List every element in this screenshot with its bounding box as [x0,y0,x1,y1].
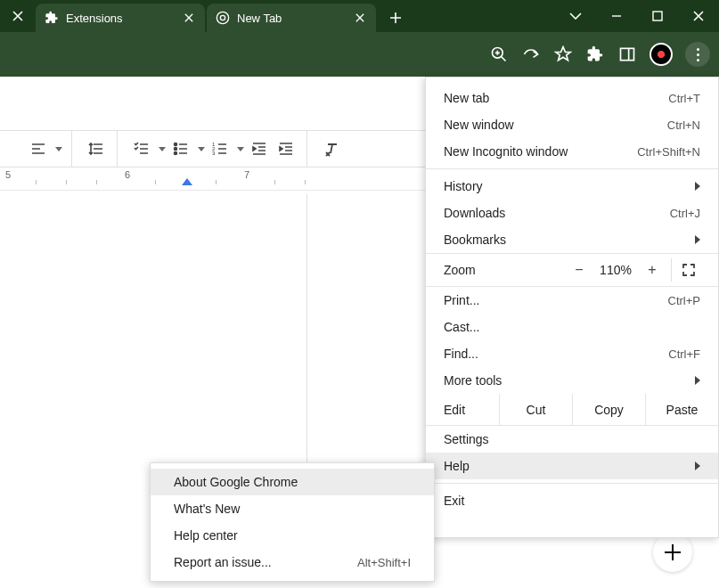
menu-print[interactable]: Print... Ctrl+P [426,287,718,314]
ruler-number: 7 [244,169,249,180]
ruler-number: 5 [5,169,11,180]
menu-new-tab[interactable]: New tab Ctrl+T [426,85,718,111]
dropdown-arrow-icon [159,147,166,151]
menu-label: Edit [426,394,499,425]
svg-rect-2 [653,12,662,20]
submenu-arrow-icon [695,461,700,470]
tab-extensions[interactable]: Extensions [36,4,205,32]
explore-fab-button[interactable] [653,533,692,572]
menu-shortcut: Ctrl+F [668,347,700,361]
help-report-issue[interactable]: Report an issue... Alt+Shift+I [151,549,434,576]
menu-more-tools[interactable]: More tools [426,367,718,394]
chrome-icon [216,11,230,25]
puzzle-icon [45,11,59,25]
extensions-icon[interactable] [585,45,605,64]
svg-point-8 [175,152,177,155]
menu-exit[interactable]: Exit [426,487,718,514]
checklist-button[interactable] [130,137,153,160]
menu-label: Help center [174,528,238,543]
fullscreen-button[interactable] [677,263,700,277]
menu-help[interactable]: Help [426,453,718,479]
menu-label: Zoom [444,263,566,277]
indent-marker-icon[interactable] [182,178,192,189]
tab-title: New Tab [237,12,282,25]
edit-paste-button[interactable]: Paste [645,394,718,425]
menu-find[interactable]: Find... Ctrl+F [426,340,718,367]
menu-label: Find... [444,347,478,361]
decrease-indent-button[interactable] [248,137,271,160]
menu-shortcut: Ctrl+T [668,92,700,105]
dropdown-arrow-icon [198,147,205,151]
menu-label: What's New [174,502,240,516]
menu-label: Cast... [444,320,479,334]
numbered-list-button[interactable]: 123 [208,137,232,160]
new-tab-button[interactable] [383,5,408,30]
close-icon[interactable] [353,11,367,25]
ruler-number: 6 [125,169,130,180]
share-icon[interactable] [521,45,541,64]
window-controls [555,0,719,32]
menu-label: New tab [444,91,489,105]
zoom-in-button[interactable]: + [639,262,666,278]
side-panel-icon[interactable] [617,45,637,64]
menu-downloads[interactable]: Downloads Ctrl+J [426,200,718,226]
close-tab-left-icon[interactable] [0,0,36,32]
bookmark-star-icon[interactable] [553,45,573,64]
menu-shortcut: Ctrl+J [670,207,700,220]
svg-point-7 [175,148,177,151]
bulleted-list-button[interactable] [169,137,192,160]
tab-strip: Extensions New Tab [0,0,719,32]
menu-label: Downloads [444,206,505,220]
menu-label: More tools [444,373,502,388]
help-about[interactable]: About Google Chrome [151,469,434,495]
clear-formatting-button[interactable] [320,137,343,160]
menu-bookmarks[interactable]: Bookmarks [426,226,718,253]
menu-shortcut: Ctrl+N [667,118,700,132]
menu-new-window[interactable]: New window Ctrl+N [426,111,718,138]
menu-settings[interactable]: Settings [426,426,718,453]
menu-label: Settings [444,432,489,446]
zoom-indicator-icon[interactable] [489,45,509,64]
submenu-arrow-icon [695,235,700,244]
menu-history[interactable]: History [426,173,718,200]
menu-label: Exit [444,494,464,508]
edit-cut-button[interactable]: Cut [499,394,572,425]
menu-shortcut: Alt+Shift+I [357,556,411,569]
help-whats-new[interactable]: What's New [151,495,434,522]
menu-shortcut: Ctrl+Shift+N [637,145,700,159]
zoom-out-button[interactable]: − [566,262,592,278]
tab-search-button[interactable] [555,0,596,32]
menu-shortcut: Ctrl+P [668,294,700,307]
edit-copy-button[interactable]: Copy [572,394,645,425]
menu-label: History [444,179,483,193]
menu-label: Bookmarks [444,233,506,247]
menu-label: About Google Chrome [174,475,298,489]
close-window-button[interactable] [678,0,719,32]
menu-label: Report an issue... [174,555,272,569]
menu-incognito[interactable]: New Incognito window Ctrl+Shift+N [426,138,718,165]
menu-label: Help [444,459,470,473]
chrome-main-menu: New tab Ctrl+T New window Ctrl+N New Inc… [425,77,719,538]
help-help-center[interactable]: Help center [151,522,434,549]
menu-edit-row: Edit Cut Copy Paste [426,394,718,426]
align-button[interactable] [27,137,50,160]
tab-new-tab[interactable]: New Tab [207,4,376,32]
submenu-arrow-icon [695,376,700,385]
menu-cast[interactable]: Cast... [426,314,718,340]
zoom-value: 110% [592,263,639,277]
main-menu-button[interactable] [685,42,710,67]
minimize-button[interactable] [596,0,637,32]
maximize-button[interactable] [637,0,678,32]
submenu-arrow-icon [695,182,700,191]
profile-avatar[interactable] [650,43,673,66]
svg-point-6 [175,143,177,146]
tab-title: Extensions [66,12,123,25]
browser-toolbar [0,32,719,77]
increase-indent-button[interactable] [274,137,298,160]
line-spacing-button[interactable] [85,137,108,160]
svg-point-1 [220,15,225,20]
svg-point-0 [217,12,228,23]
close-icon[interactable] [182,11,196,25]
menu-label: New window [444,118,514,132]
dropdown-arrow-icon [237,147,244,151]
